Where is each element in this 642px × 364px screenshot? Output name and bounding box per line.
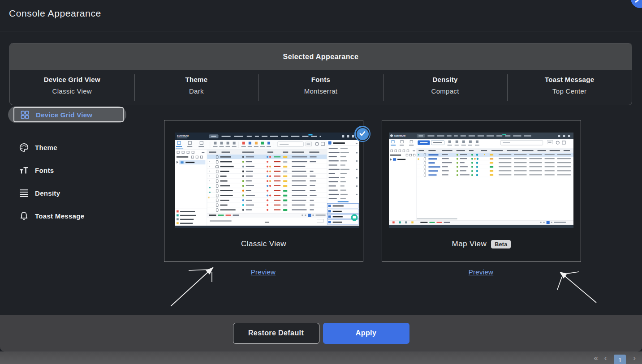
beta-badge: Beta bbox=[491, 240, 511, 248]
summary-col-fonts: Fonts Montserrat bbox=[259, 70, 383, 104]
sidebar-item-label: Density bbox=[35, 189, 60, 197]
apply-button[interactable]: Apply bbox=[323, 323, 409, 344]
sidebar-item-label: Fonts bbox=[35, 167, 54, 174]
fonts-icon bbox=[19, 165, 29, 176]
pagination-current-page[interactable]: 1 bbox=[614, 355, 626, 364]
map-view-preview-link[interactable]: Preview bbox=[382, 268, 580, 276]
sidebar-item-toast-message[interactable]: Toast Message bbox=[9, 210, 125, 222]
selected-appearance-title: Selected Appearance bbox=[10, 43, 632, 70]
console-appearance-dialog: Console Appearance Selected Appearance D… bbox=[0, 0, 642, 364]
map-view-card[interactable]: SureMDM bbox=[382, 120, 581, 262]
selected-appearance-panel: Selected Appearance Device Grid View Cla… bbox=[9, 43, 632, 105]
summary-col-theme: Theme Dark bbox=[134, 70, 259, 104]
sidebar-item-theme[interactable]: Theme bbox=[9, 141, 125, 153]
pagination-strip: « ‹ 1 › bbox=[0, 351, 642, 364]
grid-icon bbox=[20, 110, 30, 120]
classic-view-thumbnail: SureMDM bbox=[175, 133, 359, 228]
sidebar-item-fonts[interactable]: Fonts bbox=[9, 164, 125, 176]
selected-appearance-columns: Device Grid View Classic View Theme Dark… bbox=[10, 70, 632, 104]
sidebar-item-label: Toast Message bbox=[35, 212, 84, 220]
card-label-map-view: Map View bbox=[452, 240, 487, 248]
restore-default-button[interactable]: Restore Default bbox=[233, 323, 319, 344]
density-icon bbox=[19, 188, 29, 198]
dialog-footer: Restore Default Apply bbox=[0, 315, 642, 351]
map-view-thumbnail: SureMDM bbox=[389, 133, 573, 228]
help-icon[interactable] bbox=[631, 0, 642, 8]
svg-text:SureMDM: SureMDM bbox=[177, 134, 189, 137]
sidebar-item-density[interactable]: Density bbox=[9, 187, 125, 199]
summary-col-density: Density Compact bbox=[383, 70, 508, 104]
sidebar-item-label: Device Grid View bbox=[36, 111, 92, 119]
pagination-prev-icon[interactable]: ‹ bbox=[604, 354, 607, 362]
svg-text:SureMDM: SureMDM bbox=[394, 134, 405, 137]
bell-icon bbox=[19, 211, 29, 221]
selected-check-icon bbox=[354, 126, 371, 142]
sidebar-item-label: Theme bbox=[35, 144, 57, 151]
appearance-sidebar: Device Grid View Theme F bbox=[9, 106, 125, 233]
summary-col-device-grid-view: Device Grid View Classic View bbox=[10, 70, 134, 104]
header-divider bbox=[0, 31, 642, 31]
pagination-next-icon[interactable]: › bbox=[633, 354, 636, 362]
classic-view-card[interactable]: SureMDM bbox=[164, 120, 363, 262]
sidebar-item-device-grid-view[interactable]: Device Grid View bbox=[9, 106, 125, 123]
pagination-first-icon[interactable]: « bbox=[594, 354, 597, 362]
page-title: Console Appearance bbox=[9, 8, 101, 19]
classic-view-preview-link[interactable]: Preview bbox=[164, 268, 362, 276]
card-label-classic-view: Classic View bbox=[241, 240, 286, 248]
summary-col-toast-message: Toast Message Top Center bbox=[507, 70, 632, 104]
palette-icon bbox=[19, 142, 29, 153]
